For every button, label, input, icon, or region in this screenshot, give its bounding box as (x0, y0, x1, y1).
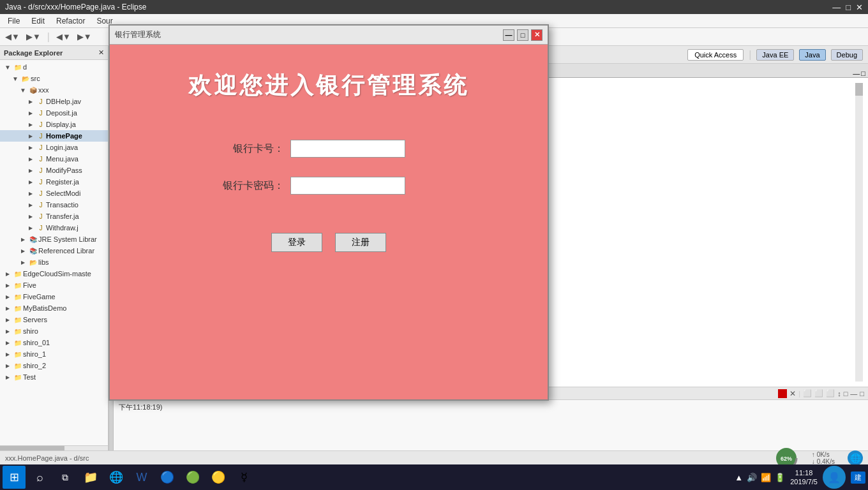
chevron-right-icon: ▶ (26, 154, 36, 164)
tray-icon-1[interactable]: ▲ (735, 473, 743, 482)
statusbar-text: xxx.HomePage.java - d/src (5, 454, 89, 462)
console-ctrl6[interactable]: — (850, 390, 857, 397)
library-icon: 📚 (28, 246, 38, 256)
tree-item-transaction[interactable]: ▶ J Transactio (0, 199, 108, 211)
clock-time: 11:18 (790, 468, 818, 477)
tree-item-shiro[interactable]: ▶ 📁 shiro (0, 325, 108, 337)
taskbar-eclipse[interactable]: ☿ (232, 466, 255, 489)
tree-item-five[interactable]: ▶ 📁 Five (0, 279, 108, 291)
app3-icon: 🟡 (211, 470, 225, 484)
console-ctrl7[interactable]: □ (860, 390, 864, 397)
tree-item-register[interactable]: ▶ J Register.ja (0, 176, 108, 188)
tree-item-shiro1[interactable]: ▶ 📁 shiro_1 (0, 348, 108, 360)
chevron-right-icon: ▶ (3, 315, 13, 325)
console-ctrl3[interactable]: ⬜ (826, 389, 835, 397)
java-ee-perspective[interactable]: Java EE (756, 49, 794, 61)
tree-item-homepage[interactable]: ▶ J HomePage (0, 130, 108, 142)
taskbar-clock[interactable]: 11:18 2019/7/5 (790, 468, 818, 487)
toolbar-nav1[interactable]: ◀▼ (54, 31, 73, 43)
menu-file[interactable]: File (3, 15, 25, 27)
tree-item-shiro01[interactable]: ▶ 📁 shiro_01 (0, 337, 108, 348)
card-number-input[interactable] (290, 140, 405, 158)
tray-icon-4[interactable]: 🔋 (775, 473, 785, 482)
taskbar-chrome[interactable]: 🌐 (105, 466, 128, 489)
dialog-close-btn[interactable]: ✕ (531, 29, 542, 41)
tree-scrollbar-h[interactable] (0, 445, 108, 450)
tree-item-login[interactable]: ▶ J Login.java (0, 142, 108, 153)
taskbar-app3[interactable]: 🟡 (207, 466, 230, 489)
dialog-maximize-btn[interactable]: □ (517, 29, 528, 41)
console-output: 下午11:18:19) (114, 400, 868, 450)
taskbar-search[interactable]: ⌕ (28, 466, 51, 489)
tray-icon-2[interactable]: 🔊 (747, 473, 757, 482)
console-stop-icon[interactable] (778, 389, 787, 398)
eclipse-icon: ☿ (241, 470, 248, 484)
dialog-minimize-btn[interactable]: — (503, 29, 514, 41)
dialog-window-controls: — □ ✕ (503, 29, 542, 41)
taskbar-end-btn[interactable]: 建 (851, 471, 865, 484)
folder-icon: 📂 (20, 73, 31, 84)
panel-header-close[interactable]: ✕ (98, 48, 104, 57)
console-ctrl2[interactable]: ⬜ (814, 389, 823, 397)
tree-item-mybatisdemo[interactable]: ▶ 📁 MyBatisDemo (0, 302, 108, 314)
toolbar-back[interactable]: ◀▼ (3, 31, 22, 43)
card-number-group: 银行卡号： (201, 140, 456, 158)
taskbar-app1[interactable]: 🔵 (156, 466, 179, 489)
taskbar-files[interactable]: 📁 (79, 466, 102, 489)
tree-item-dbhelp[interactable]: ▶ J DBHelp.jav (0, 96, 108, 107)
dialog-title: 银行管理系统 (115, 29, 161, 40)
tree-item-menu[interactable]: ▶ J Menu.java (0, 153, 108, 165)
tree-item-test[interactable]: ▶ 📁 Test (0, 371, 108, 383)
close-btn[interactable]: ✕ (856, 3, 863, 12)
chevron-down-icon: ▼ (10, 73, 20, 84)
toolbar-forward[interactable]: ▶▼ (24, 31, 43, 43)
tree-item-withdraw[interactable]: ▶ J Withdraw.j (0, 222, 108, 234)
toolbar-nav2[interactable]: ▶▼ (75, 31, 94, 43)
menu-refactor[interactable]: Refactor (51, 15, 90, 27)
console-ctrl4[interactable]: ↕ (837, 390, 841, 397)
tree-item-selectmodi[interactable]: ▶ J SelectModi (0, 188, 108, 199)
editor-scrollbar[interactable] (855, 83, 863, 382)
clock-date: 2019/7/5 (790, 477, 818, 486)
tree-item-servers[interactable]: ▶ 📁 Servers (0, 314, 108, 325)
start-button[interactable]: ⊞ (3, 466, 26, 489)
tree-label: shiro (23, 327, 38, 335)
console-ctrl1[interactable]: ⬜ (803, 389, 812, 397)
tree-item-deposit[interactable]: ▶ J Deposit.ja (0, 107, 108, 119)
maximize-editor-icon[interactable]: □ (861, 70, 865, 77)
chevron-right-icon: ▶ (26, 142, 36, 152)
taskbar-word[interactable]: W (130, 466, 153, 489)
card-password-input[interactable] (290, 177, 405, 195)
tree-item-libs[interactable]: ▶ 📂 libs (0, 256, 108, 268)
tree-item-src[interactable]: ▼ 📂 src (0, 73, 108, 84)
tree-item-shiro2[interactable]: ▶ 📁 shiro_2 (0, 360, 108, 371)
tree-label: libs (38, 258, 49, 266)
login-button[interactable]: 登录 (271, 233, 322, 252)
console-clear-icon[interactable]: ✕ (789, 389, 796, 398)
tree-item-transfer[interactable]: ▶ J Transfer.ja (0, 211, 108, 222)
tree-item-reflib[interactable]: ▶ 📚 Referenced Librar (0, 245, 108, 256)
maximize-btn[interactable]: □ (846, 3, 851, 12)
tree-item-xxx[interactable]: ▼ 📦 xxx (0, 84, 108, 96)
taskbar-app2[interactable]: 🟢 (181, 466, 204, 489)
quick-access-button[interactable]: Quick Access (687, 49, 744, 61)
java-perspective[interactable]: Java (799, 49, 825, 61)
tree-item-display[interactable]: ▶ J Display.ja (0, 119, 108, 130)
taskbar-taskview[interactable]: ⧉ (54, 466, 77, 489)
tree-item-jre[interactable]: ▶ 📚 JRE System Librar (0, 234, 108, 245)
project-icon: 📁 (13, 62, 23, 72)
tree-item-fivegame[interactable]: ▶ 📁 FiveGame (0, 291, 108, 302)
tray-icon-3[interactable]: 📶 (761, 473, 771, 482)
tree-label: shiro_1 (23, 350, 46, 358)
tree-item-edgecloud[interactable]: ▶ 📁 EdgeCloudSim-maste (0, 268, 108, 279)
minimize-btn[interactable]: — (832, 3, 841, 12)
user-avatar[interactable]: 👤 (823, 466, 846, 489)
debug-perspective[interactable]: Debug (831, 49, 863, 61)
tree-item-modifypass[interactable]: ▶ J ModifyPass (0, 165, 108, 176)
register-button[interactable]: 注册 (335, 233, 386, 252)
minimize-editor-icon[interactable]: — (853, 70, 860, 77)
menu-edit[interactable]: Edit (26, 15, 50, 27)
eclipse-title: Java - d/src/xxx/HomePage.java - Eclipse (5, 3, 146, 11)
tree-item-d[interactable]: ▼ 📁 d (0, 61, 108, 73)
console-ctrl5[interactable]: □ (844, 390, 848, 397)
